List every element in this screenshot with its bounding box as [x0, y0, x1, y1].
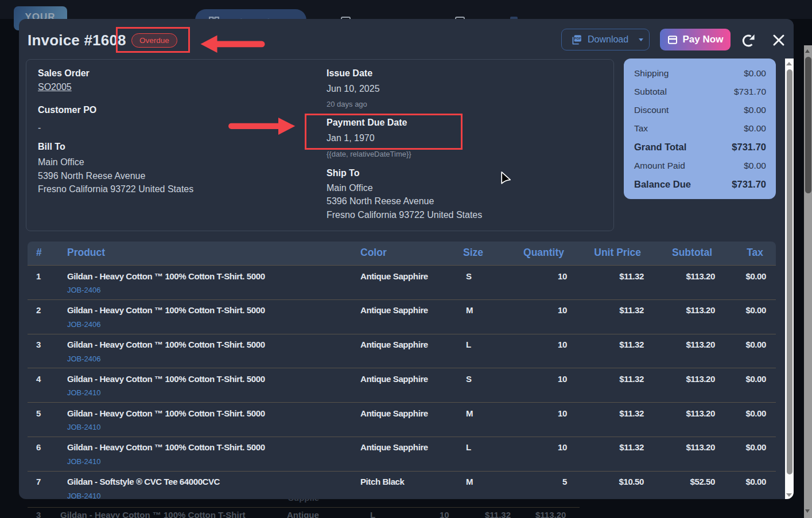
svg-text:PDF: PDF	[574, 36, 581, 40]
